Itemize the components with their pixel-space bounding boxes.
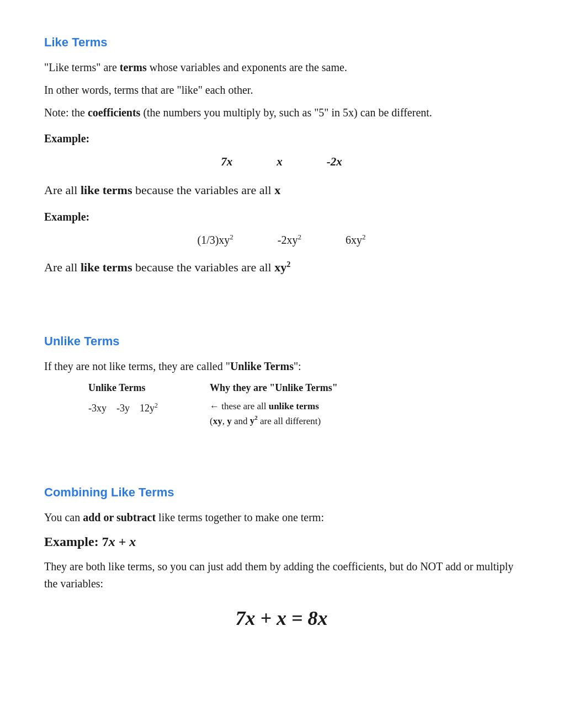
term-6xy2: 6xy2 bbox=[346, 232, 366, 248]
like-statement-1: Are all like terms because the variables… bbox=[44, 181, 519, 200]
unlike-intro: If they are not like terms, they are cal… bbox=[44, 358, 519, 375]
combining-equation: 7x + x = 8x bbox=[44, 603, 519, 633]
like-terms-p3-bold: coefficients bbox=[88, 106, 141, 119]
like-statement-2: Are all like terms because the variables… bbox=[44, 258, 519, 277]
like-terms-section: Like Terms "Like terms" are terms whose … bbox=[44, 33, 519, 277]
unlike-terms-example: -3xy -3y 12y2 bbox=[88, 400, 210, 428]
combining-title: Combining Like Terms bbox=[44, 483, 519, 501]
example1-label: Example: bbox=[44, 130, 519, 147]
like-stmt2-pre: Are all bbox=[44, 260, 81, 274]
like-terms-p3-pre: Note: the bbox=[44, 106, 88, 119]
like-terms-p3: Note: the coefficients (the numbers you … bbox=[44, 104, 519, 121]
like-terms-p3-rest: (the numbers you multiply by, such as "5… bbox=[140, 106, 432, 119]
unlike-terms-section: Unlike Terms If they are not like terms,… bbox=[44, 332, 519, 428]
combining-example-text: Example: 7x + x bbox=[44, 534, 136, 549]
unlike-intro-pre: If they are not like terms, they are cal… bbox=[44, 360, 230, 372]
combining-p1-bold: add or subtract bbox=[83, 511, 156, 523]
term-x: x bbox=[277, 153, 283, 171]
example2-terms-row: (1/3)xy2 -2xy2 6xy2 bbox=[44, 232, 519, 248]
spacer-1 bbox=[44, 299, 519, 332]
like-stmt1-pre: Are all bbox=[44, 183, 81, 197]
like-stmt1-var: x bbox=[274, 183, 280, 197]
unlike-terms-title: Unlike Terms bbox=[44, 332, 519, 350]
term-13xy2: (1/3)xy2 bbox=[197, 232, 233, 248]
combining-section: Combining Like Terms You can add or subt… bbox=[44, 483, 519, 633]
like-terms-p1-pre: "Like terms" are bbox=[44, 61, 120, 73]
unlike-var-y: y bbox=[227, 415, 232, 426]
like-stmt2-bold: like terms bbox=[81, 260, 132, 274]
like-stmt2-var: xy2 bbox=[274, 260, 290, 274]
like-stmt1-bold: like terms bbox=[81, 183, 132, 197]
unlike-var-y2: y2 bbox=[250, 415, 258, 426]
unlike-var-xy: xy bbox=[213, 415, 222, 426]
unlike-col-header-2: Why they are "Unlike Terms" bbox=[210, 381, 519, 398]
like-stmt1-post: because the variables are all bbox=[132, 183, 274, 197]
term-7x: 7x bbox=[221, 153, 232, 171]
like-terms-p2: In other words, terms that are "like" ea… bbox=[44, 82, 519, 99]
like-terms-p1-bold: terms bbox=[120, 61, 147, 73]
unlike-intro-bold: Unlike Terms bbox=[230, 360, 294, 372]
unlike-reason: ← these are all unlike terms (xy, y and … bbox=[210, 400, 519, 428]
combining-p1-post: like terms together to make one term: bbox=[156, 511, 324, 523]
like-terms-p1: "Like terms" are terms whose variables a… bbox=[44, 59, 519, 76]
spacer-2 bbox=[44, 450, 519, 483]
unlike-table: Unlike Terms Why they are "Unlike Terms"… bbox=[88, 381, 519, 428]
example1-terms-row: 7x x -2x bbox=[44, 153, 519, 171]
combining-example-label: Example: 7x + x bbox=[44, 532, 519, 552]
example2-label: Example: bbox=[44, 208, 519, 225]
term-neg2x: -2x bbox=[327, 153, 342, 171]
unlike-reason-bold: unlike terms bbox=[269, 401, 319, 411]
like-stmt2-post: because the variables are all bbox=[132, 260, 274, 274]
combining-p1: You can add or subtract like terms toget… bbox=[44, 509, 519, 526]
like-terms-title: Like Terms bbox=[44, 33, 519, 51]
unlike-col-header-1: Unlike Terms bbox=[88, 381, 210, 398]
like-terms-p1-rest: whose variables and exponents are the sa… bbox=[147, 61, 347, 73]
combining-p1-pre: You can bbox=[44, 511, 83, 523]
combining-p2: They are both like terms, so you can jus… bbox=[44, 558, 519, 592]
term-neg2xy2: -2xy2 bbox=[278, 232, 301, 248]
unlike-intro-post: ": bbox=[294, 360, 301, 372]
